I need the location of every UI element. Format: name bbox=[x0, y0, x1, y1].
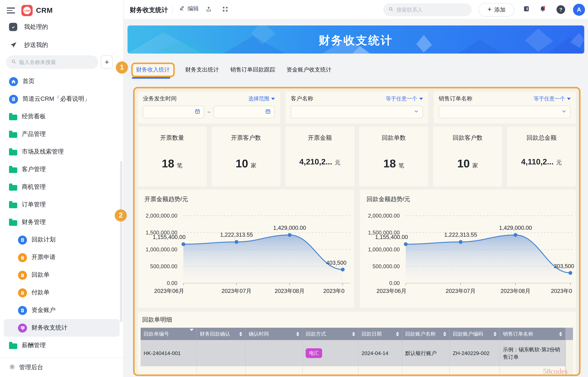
send-icon bbox=[9, 41, 17, 49]
filter-operator[interactable]: 等于任意一个 bbox=[534, 95, 571, 102]
table-scrollbar-track[interactable] bbox=[566, 340, 573, 366]
date-input[interactable]: 1 bbox=[213, 106, 275, 118]
column-header[interactable]: 回款单编号 bbox=[141, 328, 197, 340]
kpi-label: 回款客户数 bbox=[433, 134, 502, 142]
help-icon[interactable]: ? bbox=[557, 5, 565, 14]
column-label: 确认时间 bbox=[249, 330, 269, 337]
column-header[interactable]: 回款账户名称 bbox=[402, 328, 450, 340]
column-label: 回款账户名称 bbox=[405, 330, 436, 337]
chart-title: 开票金额趋势/元 bbox=[144, 196, 188, 203]
status-badge: 确认 bbox=[200, 374, 216, 375]
edit-button[interactable]: 编辑 bbox=[179, 5, 199, 12]
kpi-number: 4,210,2... bbox=[299, 157, 332, 166]
folder-icon bbox=[9, 167, 17, 173]
filter-operator[interactable]: 选择范围 bbox=[249, 95, 275, 102]
sidebar-item[interactable]: 产品管理 bbox=[4, 126, 120, 143]
column-header[interactable]: 销售订单名称 bbox=[500, 328, 566, 340]
contact-search[interactable] bbox=[383, 3, 472, 16]
table-row[interactable]: HK-240414-001电汇2024-04-14默认银行账户ZH-240229… bbox=[141, 340, 573, 366]
sidebar-item[interactable]: 财务管理 bbox=[4, 213, 120, 231]
svg-text:1,429,000.00: 1,429,000.00 bbox=[273, 225, 306, 231]
sidebar-item[interactable]: 开票申请 bbox=[4, 249, 120, 266]
status-badge: 网上转账 bbox=[306, 374, 332, 375]
chevron-down-icon bbox=[561, 108, 567, 116]
range-separator: ~ bbox=[207, 109, 211, 115]
share-icon[interactable] bbox=[205, 6, 212, 14]
column-header[interactable]: 确认时间 bbox=[246, 328, 303, 340]
tab-item[interactable]: 销售订单回款跟踪 bbox=[230, 66, 275, 73]
sidebar-item[interactable]: 市场及线索管理 bbox=[4, 143, 120, 161]
kpi-value: 18笔 bbox=[138, 157, 207, 170]
svg-text:0.00: 0.00 bbox=[389, 280, 400, 286]
sort-icon bbox=[239, 332, 242, 336]
tab-item[interactable]: 财务支出统计 bbox=[185, 66, 219, 73]
gear-icon bbox=[0, 364, 15, 372]
sidebar-item[interactable]: 回款单 bbox=[4, 266, 120, 284]
sidebar-item[interactable]: 付款单 bbox=[4, 284, 120, 302]
sidebar-item-admin[interactable]: 管理后台 bbox=[0, 358, 123, 377]
select-input[interactable] bbox=[439, 106, 571, 118]
sidebar-item-label: 财务管理 bbox=[22, 218, 46, 226]
kpi-row: 开票数量18笔开票客户数10家开票金额4,210,2...元回款单数18笔回款客… bbox=[138, 127, 576, 187]
sidebar-item[interactable]: 回款计划 bbox=[4, 231, 120, 249]
doc-icon bbox=[18, 306, 27, 315]
select-input[interactable] bbox=[291, 106, 423, 118]
home-icon bbox=[9, 77, 18, 86]
sidebar-item[interactable]: 商机管理 bbox=[4, 178, 120, 196]
sidebar-search[interactable] bbox=[6, 56, 98, 69]
menu-toggle-icon[interactable] bbox=[7, 8, 15, 13]
contact-search-input[interactable] bbox=[396, 7, 460, 13]
column-header[interactable]: 财务回款确认 bbox=[197, 328, 246, 340]
tab-item[interactable]: 资金账户收支统计 bbox=[287, 66, 331, 73]
sidebar-item[interactable]: 财务收支统计 bbox=[4, 319, 120, 337]
sidebar-item[interactable]: 薪酬管理 bbox=[4, 337, 120, 354]
column-header[interactable]: 回款方式 bbox=[303, 328, 359, 340]
sidebar-item[interactable]: 客户管理 bbox=[4, 161, 120, 178]
table-cell: HK-240414-001 bbox=[141, 340, 197, 366]
sort-icon bbox=[559, 332, 562, 336]
notification-bell-icon[interactable] bbox=[539, 5, 546, 14]
table-cell: 2023-09-24 bbox=[359, 366, 402, 375]
table-cell: 示例：无锡简道云-第 bbox=[500, 366, 566, 375]
sidebar-item[interactable]: 首页 bbox=[4, 73, 120, 90]
contacts-book-icon[interactable] bbox=[523, 5, 530, 14]
clip-icon bbox=[18, 288, 27, 297]
fullscreen-icon[interactable] bbox=[222, 6, 228, 14]
table-title: 回款单明细 bbox=[142, 316, 172, 324]
table-cell: 2024-04-14 bbox=[359, 340, 402, 366]
svg-text:2023年06月: 2023年06月 bbox=[154, 288, 184, 294]
page-title: 财务收支统计 bbox=[130, 6, 168, 14]
svg-text:500,000.00: 500,000.00 bbox=[372, 263, 400, 269]
column-label: 回款方式 bbox=[306, 330, 326, 337]
filter-operator[interactable]: 等于任意一个 bbox=[386, 95, 423, 102]
sidebar-item[interactable]: 经营看板 bbox=[4, 108, 120, 126]
table-row[interactable]: HK-240305-018确认2023-09-24 18:31网上转账2023-… bbox=[141, 366, 573, 375]
date-input[interactable]: 1 bbox=[143, 106, 204, 118]
kpi-card: 开票客户数10家 bbox=[212, 127, 280, 187]
svg-text:2023年07月: 2023年07月 bbox=[222, 288, 251, 294]
sidebar-search-input[interactable] bbox=[19, 59, 87, 65]
tab-active[interactable]: 财务收入统计 bbox=[132, 63, 174, 76]
search-icon bbox=[388, 6, 394, 13]
sidebar-add-button[interactable]: + bbox=[101, 56, 113, 69]
column-header[interactable]: 回款日期 bbox=[359, 328, 402, 340]
sidebar-item[interactable]: 简道云CRM「必看说明」 bbox=[4, 90, 120, 108]
kpi-value: 10家 bbox=[433, 157, 502, 170]
sidebar-item-my-tasks[interactable]: 我处理的 bbox=[0, 20, 123, 35]
app-name: CRM bbox=[36, 6, 53, 14]
sidebar-item[interactable]: 资金账户 bbox=[4, 302, 120, 319]
kpi-label: 开票金额 bbox=[285, 134, 354, 142]
filter-label: 销售订单名称 bbox=[439, 95, 473, 102]
task-icon bbox=[9, 23, 17, 31]
column-header[interactable]: 回款账户编码 bbox=[450, 328, 500, 340]
sidebar-item-cc-to-me[interactable]: 抄送我的 bbox=[0, 37, 123, 52]
sidebar-scrollbar[interactable] bbox=[120, 161, 122, 322]
table-scrollbar-track[interactable] bbox=[566, 366, 573, 375]
sidebar-item[interactable]: 订单管理 bbox=[4, 196, 120, 213]
svg-text:2,000,000.00: 2,000,000.00 bbox=[368, 213, 400, 219]
filter-card: 业务发生时间选择范围1~1 bbox=[138, 91, 280, 123]
avatar[interactable]: A bbox=[573, 4, 585, 16]
add-button[interactable]: + 添加 bbox=[478, 3, 514, 16]
pencil-icon bbox=[179, 5, 185, 12]
kpi-number: 18 bbox=[383, 157, 396, 170]
